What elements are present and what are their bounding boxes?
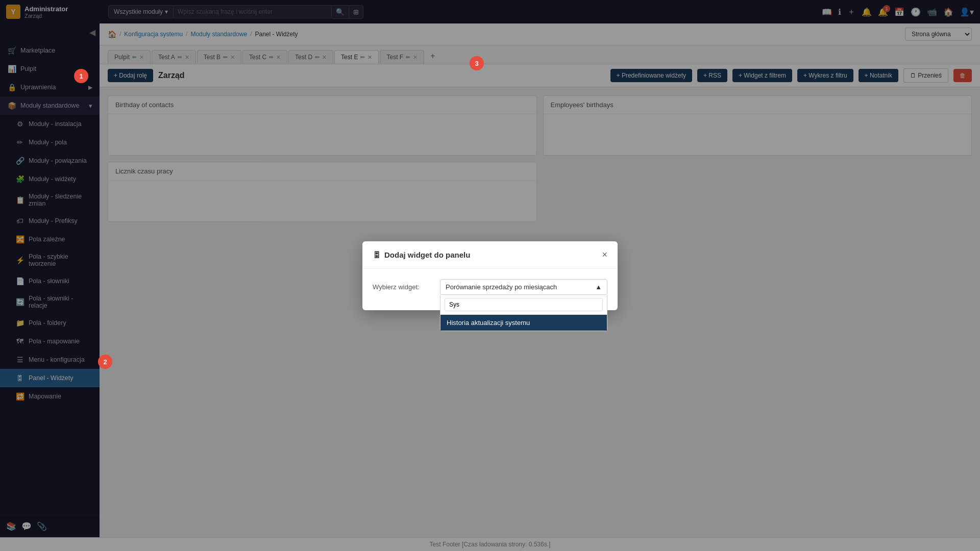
widget-select-wrapper: Porównanie sprzedaży po miesiącach ▲ His… (440, 279, 607, 295)
dropdown-item-historia[interactable]: Historia aktualizacji systemu (440, 315, 607, 331)
dropdown-search-input[interactable] (445, 298, 603, 311)
widget-dropdown-list: Historia aktualizacji systemu (440, 295, 607, 331)
modal-header: 🎛 Dodaj widget do panelu × (362, 241, 618, 269)
widget-select-row: Wybierz widget: Porównanie sprzedaży po … (373, 279, 607, 295)
modal-overlay[interactable]: 🎛 Dodaj widget do panelu × Wybierz widge… (0, 0, 980, 551)
modal-body: Wybierz widget: Porównanie sprzedaży po … (362, 269, 618, 310)
widget-selected-value: Porównanie sprzedaży po miesiącach (446, 283, 557, 291)
modal-title: 🎛 Dodaj widget do panelu (373, 251, 470, 259)
modal-title-icon: 🎛 (373, 251, 380, 259)
widget-select-label: Wybierz widget: (373, 283, 434, 291)
dropdown-search-wrapper (440, 295, 607, 315)
modal-close-button[interactable]: × (602, 249, 607, 260)
widget-select-display[interactable]: Porównanie sprzedaży po miesiącach ▲ (440, 279, 607, 295)
add-widget-modal: 🎛 Dodaj widget do panelu × Wybierz widge… (362, 241, 618, 310)
chevron-up-icon: ▲ (595, 283, 602, 291)
